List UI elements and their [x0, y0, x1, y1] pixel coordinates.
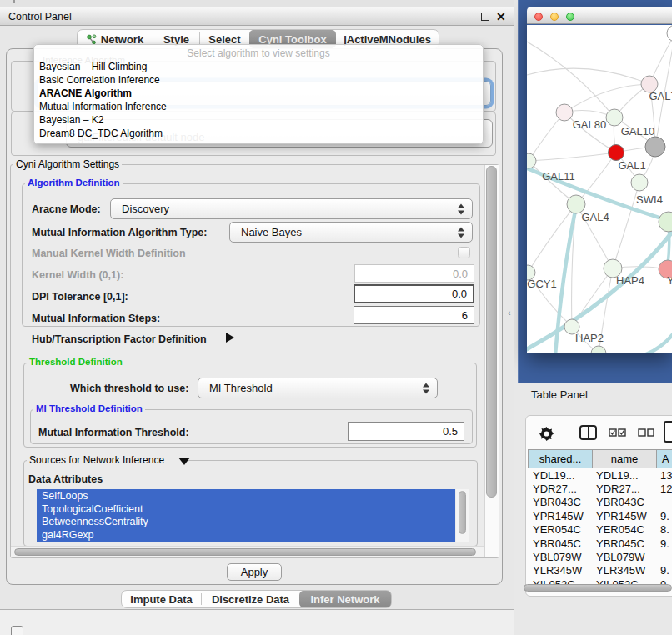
table-header-name[interactable]: name [593, 449, 657, 468]
gear-icon[interactable] [539, 427, 554, 441]
popup-item[interactable]: Bayesian – Hill Climbing [34, 61, 483, 74]
attributes-list-vscroll-thumb[interactable] [459, 491, 466, 534]
table-row[interactable]: YLR345WYLR345W9. [526, 564, 672, 578]
node-label: Y [667, 274, 672, 287]
mi-threshold-value: 0.5 [443, 425, 458, 438]
table-row[interactable]: YBR045CYBR045C9. [526, 537, 672, 550]
data-attributes-label: Data Attributes [28, 473, 103, 485]
network-window-titlebar[interactable] [527, 7, 672, 24]
hub-definition-label[interactable]: Hub/Transcription Factor Definition [32, 333, 207, 345]
network-window[interactable]: GAL7 GAL80 GAL10 GAL1 GAL11 SWI4 GAL4 GC… [527, 7, 672, 352]
attributes-list[interactable]: SelfLoops TopologicalCoefficient Between… [37, 489, 455, 542]
close-panel-icon[interactable]: ✕ [496, 10, 506, 23]
popup-item-selected[interactable]: ARACNE Algorithm [34, 88, 483, 101]
window-minimize-button[interactable] [550, 12, 559, 21]
docked-panel-icon[interactable] [11, 626, 23, 635]
popup-item[interactable]: Bayesian – K2 [34, 114, 483, 128]
table-panel-title: Table Panel [531, 388, 588, 401]
dpi-tolerance-label: DPI Tolerance [0,1]: [32, 291, 128, 302]
table-panel: Table Panel shared... name A YDL19...YDL… [514, 382, 672, 635]
mi-steps-field[interactable]: 6 [354, 306, 474, 324]
table-hscrollbar[interactable] [524, 584, 672, 592]
table-row[interactable]: YDL19...YDL19...13 [526, 468, 672, 482]
threshold-definition-title: Threshold Definition [27, 357, 125, 367]
window-zoom-button[interactable] [566, 12, 574, 21]
list-item[interactable]: gal4RGexp [37, 528, 455, 542]
kernel-width-value: 0.0 [453, 268, 468, 280]
dpi-tolerance-value: 0.0 [452, 288, 467, 300]
mi-type-label: Mutual Information Algorithm Type: [32, 227, 207, 238]
node-label: GAL10 [621, 125, 654, 138]
table-row[interactable]: YBR043CYBR043C [526, 496, 672, 509]
node-swi4 [631, 174, 648, 191]
table-row[interactable]: YDR27...YDR27...12 [526, 482, 672, 495]
network-icon [87, 34, 97, 45]
bottom-strip [0, 610, 514, 635]
aracne-mode-value: Discovery [111, 202, 169, 215]
mi-threshold-group-title: MI Threshold Definition [33, 403, 145, 413]
manual-kernel-checkbox[interactable] [458, 247, 470, 258]
panel-resize-handle-icon[interactable]: ‹ [508, 308, 511, 318]
select-all-icon[interactable] [609, 428, 626, 437]
popup-item[interactable]: Basic Correlation Inference [34, 74, 483, 88]
manual-kernel-label: Manual Kernel Width Definition [32, 248, 186, 259]
tab-discretize-data[interactable]: Discretize Data [202, 591, 299, 608]
settings-vscrollbar-thumb[interactable] [486, 166, 497, 498]
table-header-shared[interactable]: shared... [528, 449, 593, 468]
list-item[interactable]: SelfLoops [37, 489, 455, 502]
bottom-tabs: Impute Data Discretize Data Infer Networ… [121, 590, 392, 608]
popup-item[interactable]: Mutual Information Inference [34, 101, 483, 114]
popup-item[interactable]: Dream8 DC_TDC Algorithm [34, 128, 483, 141]
collapse-arrow-icon[interactable] [178, 458, 190, 465]
tab-impute-data-label: Impute Data [130, 593, 192, 606]
node-label: GCY1 [527, 278, 556, 290]
apply-button[interactable]: Apply [227, 563, 282, 581]
node-gray [645, 137, 665, 157]
node-label: GAL1 [618, 159, 645, 172]
node-label: HAP2 [575, 332, 604, 344]
tab-infer-network[interactable]: Infer Network [299, 591, 391, 608]
settings-hscrollbar-thumb[interactable] [14, 548, 476, 556]
split-view-icon[interactable] [579, 425, 597, 440]
algorithm-definition-title: Algorithm Definition [25, 178, 123, 188]
algorithm-popup: Select algorithm to view settings Bayesi… [33, 44, 484, 144]
new-table-icon[interactable] [664, 421, 672, 442]
mi-steps-value: 6 [462, 309, 468, 322]
which-threshold-label: Which threshold to use: [70, 382, 188, 394]
screen: { "control_panel": { "title": "Control P… [0, 0, 672, 635]
kernel-width-field[interactable]: 0.0 [354, 264, 474, 282]
table-row[interactable]: YER054CYER054C8. [526, 523, 672, 537]
which-threshold-value: MI Threshold [198, 382, 273, 394]
table-row[interactable]: YPR145WYPR145W9. [526, 509, 672, 522]
list-item[interactable]: BetweennessCentrality [37, 516, 455, 529]
node-gal1 [609, 145, 624, 161]
tab-impute-data[interactable]: Impute Data [122, 591, 201, 608]
node [667, 25, 672, 42]
control-panel-titlebar[interactable]: Control Panel ✕ [0, 7, 514, 26]
cyni-algorithm-settings-title: Cyni Algorithm Settings [13, 158, 122, 170]
mi-steps-label: Mutual Information Steps: [32, 312, 160, 324]
node-label: GAL4 [581, 211, 609, 223]
list-item[interactable]: TopologicalCoefficient [37, 502, 455, 516]
which-threshold-combo[interactable]: MI Threshold [198, 378, 438, 398]
aracne-mode-label: Aracne Mode: [32, 203, 101, 215]
network-canvas[interactable]: GAL7 GAL80 GAL10 GAL1 GAL11 SWI4 GAL4 GC… [527, 25, 672, 352]
window-close-button[interactable] [534, 12, 543, 21]
kernel-width-label: Kernel Width (0,1): [32, 269, 123, 281]
expand-arrow-icon[interactable] [226, 332, 234, 342]
popup-prompt: Select algorithm to view settings [34, 45, 483, 61]
mi-threshold-field[interactable]: 0.5 [348, 422, 464, 441]
table-header-col3[interactable]: A [657, 449, 672, 468]
node-green-right [659, 212, 672, 232]
table-body[interactable]: YDL19...YDL19...13 YDR27...YDR27...12 YB… [526, 468, 672, 584]
mi-type-combo[interactable]: Naive Bayes [229, 222, 473, 242]
node-gal10 [606, 109, 623, 126]
aracne-mode-combo[interactable]: Discovery [110, 198, 473, 219]
deselect-all-icon[interactable] [638, 428, 654, 437]
mi-threshold-label: Mutual Information Threshold: [38, 427, 189, 438]
combo-arrows-icon [458, 203, 464, 214]
table-row[interactable]: YBL079WYBL079W [526, 550, 672, 563]
float-window-icon[interactable] [481, 12, 489, 21]
table-row[interactable]: YIL052CYIL052C0. [526, 578, 672, 584]
dpi-tolerance-field[interactable]: 0.0 [354, 284, 474, 303]
